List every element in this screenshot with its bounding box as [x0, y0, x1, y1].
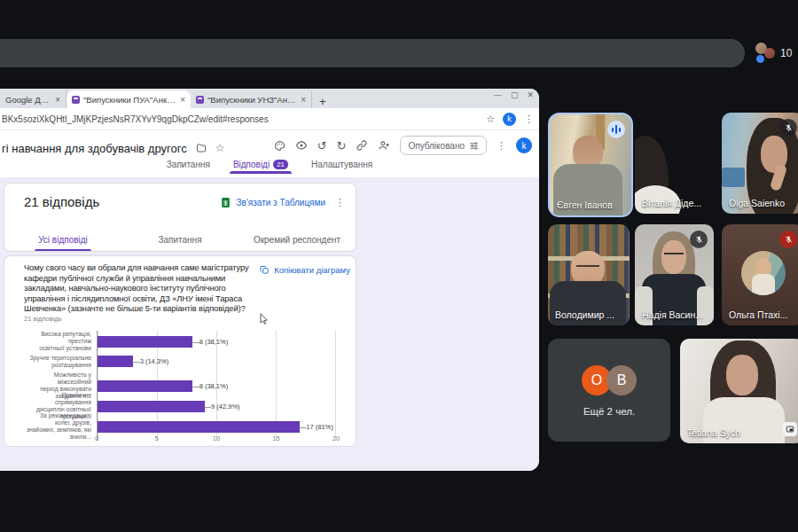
theme-palette-icon[interactable] [274, 140, 286, 152]
participant-name: Надія Васин... [642, 309, 703, 320]
participant-name: Віталія Діде... [642, 198, 701, 208]
forms-header: гі навчання для здобувачів другогс ☆ ↺ ↻… [0, 130, 539, 177]
chart-row: Висока репутація, престижосвітньої устан… [24, 331, 336, 351]
chart-bar-value: —17 (81%) [300, 423, 333, 431]
mic-muted-icon [779, 231, 797, 248]
meeting-top-toolbar [0, 39, 745, 67]
copy-icon [260, 265, 270, 275]
participant-name: Володимир ... [555, 309, 614, 320]
mic-muted-icon [690, 231, 708, 248]
chart-axis-tick: 5 [154, 434, 158, 442]
chart-axis-tick: 10 [213, 434, 220, 442]
chart-axis-tick: 15 [272, 434, 279, 442]
tab-individual[interactable]: Окремий респондент [239, 228, 356, 251]
browser-tab-forms-2[interactable]: "Випускники УНЗ"Анкета що... × [191, 90, 312, 108]
video-tile-vitalia[interactable]: Віталія Діде... [635, 113, 714, 214]
redo-icon[interactable]: ↻ [337, 139, 347, 153]
chart-bar [98, 421, 300, 433]
responses-card-menu-icon[interactable]: ⋮ [335, 197, 345, 208]
chart-bar [98, 401, 205, 412]
question-response-count: 21 відповідь [24, 315, 62, 323]
video-tile-olha-ptakh[interactable]: Ольга Птахі... [722, 224, 798, 325]
copy-link-icon[interactable] [356, 139, 368, 152]
url-text[interactable]: BKx5soziXkQHtl_JMjKPzjesNsR7XYvY9qgDkpCZ… [2, 114, 269, 124]
chart-bar [98, 380, 192, 392]
participants-counter[interactable]: 10 [754, 40, 796, 66]
forms-favicon-icon [72, 96, 80, 104]
tab-close-icon[interactable]: × [55, 95, 60, 105]
video-tile-evgen-ivanov[interactable]: Євген Іванов [548, 113, 633, 217]
video-tile-nadia[interactable]: Надія Васин... [635, 224, 714, 325]
question-text: Чому свого часу ви обрали для навчання с… [24, 263, 267, 315]
window-maximize-button[interactable]: ▢ [511, 90, 519, 99]
browser-tab-strip: Google Диск × "Випускники ПУА"Анкета що.… [0, 89, 539, 108]
video-tile-volodymyr[interactable]: Володимир ... [548, 224, 630, 325]
tab-close-icon[interactable]: × [301, 95, 306, 105]
add-collaborators-icon[interactable] [378, 139, 390, 152]
sheets-icon [220, 197, 231, 208]
sliders-icon [469, 141, 479, 151]
chart-ticks: 05101520 [97, 434, 336, 445]
browser-menu-icon[interactable]: ⋮ [524, 113, 534, 125]
forms-favicon-icon [196, 96, 204, 104]
bookmark-star-icon[interactable]: ☆ [486, 113, 495, 125]
browser-address-bar[interactable]: BKx5soziXkQHtl_JMjKPzjesNsR7XYvY9qgDkpCZ… [0, 108, 539, 130]
move-folder-icon[interactable] [196, 143, 207, 153]
speaking-indicator-icon [607, 121, 625, 138]
question-card: Чому свого часу ви обрали для навчання с… [4, 255, 356, 447]
responses-title: 21 відповідь [24, 194, 99, 209]
tab-questions[interactable]: Запитання [167, 160, 210, 174]
chart-row: Практичне спрямуваннядисциплін освітньої… [24, 392, 336, 412]
shared-browser-window: Google Диск × "Випускники ПУА"Анкета що.… [0, 89, 539, 471]
tab-settings[interactable]: Налаштування [311, 160, 372, 174]
browser-tab-active-forms[interactable]: "Випускники ПУА"Анкета що... × [66, 90, 191, 108]
chart-row: Зручне територіальнерозташування—3 (14,3… [24, 351, 336, 372]
window-close-button[interactable]: ✕ [527, 90, 534, 99]
picture-in-picture-button[interactable] [783, 422, 797, 436]
tab-close-icon[interactable]: × [180, 95, 185, 105]
chart-bar-value: —3 (14,3%) [133, 357, 168, 365]
avatar-b: B [606, 365, 637, 395]
video-tile-olga-saienko[interactable]: Olga Saienko [722, 113, 798, 214]
chart-bar-value: —8 (38,1%) [192, 338, 228, 346]
participants-avatar-stack [754, 42, 777, 65]
overflow-avatars: O B [548, 365, 670, 395]
chart-row: За рекомендацією колег, друзів,знайомих,… [24, 412, 336, 433]
chart-bar-value: —9 (42,9%) [205, 403, 240, 411]
participant-name: Olga Saienko [729, 198, 785, 208]
mic-muted-icon [779, 119, 797, 137]
chart-bar [98, 356, 133, 367]
window-minimize-button[interactable]: — [494, 90, 502, 99]
responses-bar-chart: Висока репутація, престижосвітньої устан… [24, 331, 336, 445]
overflow-label: Ещё 2 чел. [548, 406, 670, 417]
participant-avatar [741, 251, 786, 295]
form-title: гі навчання для здобувачів другогс [2, 142, 187, 155]
published-button[interactable]: Опубліковано [400, 136, 487, 155]
browser-tab-google-drive[interactable]: Google Диск × [0, 90, 66, 108]
undo-icon[interactable]: ↺ [317, 139, 327, 153]
chart-rows: Висока репутація, престижосвітньої устан… [24, 331, 336, 433]
responses-count-badge: 21 [273, 160, 288, 169]
preview-eye-icon[interactable] [295, 139, 308, 152]
video-tile-tetiana-sych[interactable]: Tetiana Sych [680, 339, 798, 443]
tab-by-question[interactable]: Запитання [121, 228, 239, 251]
participant-name: Євген Іванов [557, 200, 613, 210]
chart-row: Можливість у міжсесійнийперіод виконуват… [24, 372, 336, 392]
forms-profile-avatar[interactable]: k [516, 137, 532, 153]
participant-name: Tetiana Sych [687, 427, 740, 438]
forms-menu-icon[interactable]: ⋮ [497, 140, 506, 152]
tab-all-responses[interactable]: Усі відповіді [4, 228, 121, 251]
chart-axis-tick: 0 [95, 434, 98, 442]
browser-profile-avatar[interactable]: k [503, 113, 516, 126]
chart-axis-tick: 20 [332, 434, 340, 442]
link-to-sheets-button[interactable]: Зв'язати з Таблицями [220, 197, 325, 208]
chart-bar [98, 336, 192, 348]
tab-responses[interactable]: Відповіді 21 [233, 160, 288, 174]
overflow-participants-tile[interactable]: O B Ещё 2 чел. [548, 339, 670, 442]
participants-count: 10 [780, 47, 792, 59]
copy-chart-button[interactable]: Копіювати діаграму [260, 265, 350, 275]
star-form-icon[interactable]: ☆ [215, 142, 225, 154]
mouse-cursor [260, 313, 269, 325]
chart-bar-value: —8 (38,1%) [192, 382, 228, 390]
new-tab-button[interactable]: + [319, 95, 326, 108]
